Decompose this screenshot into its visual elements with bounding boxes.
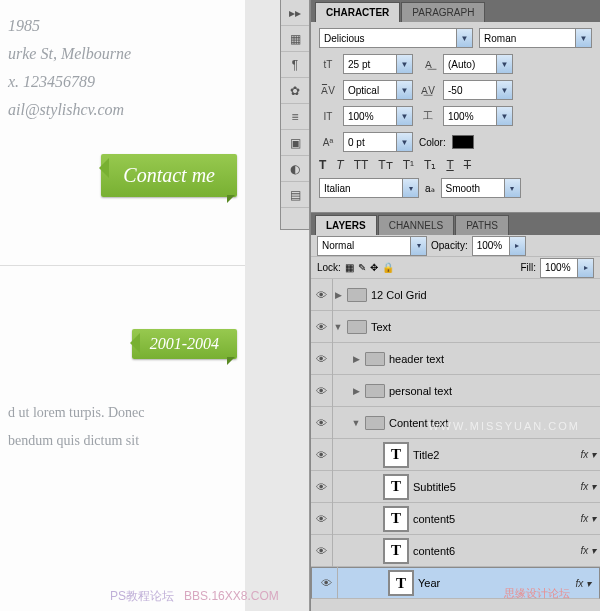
tab-channels[interactable]: CHANNELS	[378, 215, 454, 235]
visibility-eye-icon[interactable]: 👁	[311, 471, 333, 503]
panel-icon-7[interactable]: ▤	[281, 182, 309, 208]
disclosure-triangle-icon[interactable]: ▼	[351, 418, 361, 428]
hscale-icon: 工	[419, 109, 437, 123]
visibility-eye-icon[interactable]: 👁	[311, 375, 333, 407]
layer-name[interactable]: content6	[413, 545, 580, 557]
document: 1985 urke St, Melbourne x. 123456789 ail…	[0, 0, 245, 611]
layer-row[interactable]: 👁▼Text	[311, 311, 600, 343]
antialias-select[interactable]: Smooth▾	[441, 178, 521, 198]
layer-row[interactable]: 👁▶12 Col Grid	[311, 279, 600, 311]
panel-icon-5[interactable]: ▣	[281, 130, 309, 156]
contact-ribbon[interactable]: Contact me	[101, 154, 237, 197]
layer-row[interactable]: 👁▶header text	[311, 343, 600, 375]
dropdown-icon: ▾	[402, 179, 418, 197]
visibility-eye-icon[interactable]: 👁	[311, 503, 333, 535]
layer-name[interactable]: 12 Col Grid	[371, 289, 600, 301]
language-select[interactable]: Italian▾	[319, 178, 419, 198]
dropdown-icon: ▼	[396, 81, 412, 99]
dropdown-icon: ▼	[496, 55, 512, 73]
lock-move-icon[interactable]: ✥	[370, 262, 378, 273]
visibility-eye-icon[interactable]: 👁	[311, 535, 333, 567]
fx-badge[interactable]: fx ▾	[580, 513, 596, 524]
fx-badge[interactable]: fx ▾	[575, 578, 591, 589]
vscale-input[interactable]: 100%▼	[343, 106, 413, 126]
leading-select[interactable]: (Auto)▼	[443, 54, 513, 74]
kerning-icon: A̅V	[319, 85, 337, 96]
allcaps-btn[interactable]: TT	[354, 158, 369, 172]
visibility-eye-icon[interactable]: 👁	[311, 439, 333, 471]
dropdown-icon: ▸	[509, 237, 525, 255]
tab-layers[interactable]: LAYERS	[315, 215, 377, 235]
layer-name[interactable]: Subtitle5	[413, 481, 580, 493]
tab-paragraph[interactable]: PARAGRAPH	[401, 2, 485, 22]
folder-icon	[365, 384, 385, 398]
underline-btn[interactable]: T	[446, 158, 453, 172]
layer-row[interactable]: 👁▶personal text	[311, 375, 600, 407]
disclosure-triangle-icon[interactable]: ▼	[333, 322, 343, 332]
italic-btn[interactable]: T	[336, 158, 343, 172]
layer-row[interactable]: 👁TYearfx ▾	[311, 567, 600, 599]
font-size-select[interactable]: 25 pt▼	[343, 54, 413, 74]
layer-name[interactable]: header text	[389, 353, 600, 365]
layer-name[interactable]: Content text	[389, 417, 600, 429]
fx-badge[interactable]: fx ▾	[580, 449, 596, 460]
visibility-eye-icon[interactable]: 👁	[311, 407, 333, 439]
disclosure-triangle-icon[interactable]: ▶	[351, 386, 361, 396]
vscale-icon: IT	[319, 111, 337, 122]
disclosure-triangle-icon[interactable]: ▶	[351, 354, 361, 364]
panel-icon-6[interactable]: ◐	[281, 156, 309, 182]
layer-name[interactable]: content5	[413, 513, 580, 525]
hscale-input[interactable]: 100%▼	[443, 106, 513, 126]
folder-icon	[347, 320, 367, 334]
type-layer-icon: T	[383, 474, 409, 500]
tracking-select[interactable]: -50▼	[443, 80, 513, 100]
layer-row[interactable]: 👁TSubtitle5fx ▾	[311, 471, 600, 503]
smallcaps-btn[interactable]: Tᴛ	[378, 158, 392, 172]
fill-input[interactable]: 100%▸	[540, 258, 594, 278]
layer-name[interactable]: personal text	[389, 385, 600, 397]
layer-row[interactable]: 👁TTitle2fx ▾	[311, 439, 600, 471]
layer-row[interactable]: 👁Tcontent6fx ▾	[311, 535, 600, 567]
cv-email: ail@stylishcv.com	[8, 96, 237, 124]
collapsed-panel-strip[interactable]: ▸▸ ▦ ¶ ✿ ≡ ▣ ◐ ▤	[280, 0, 310, 230]
type-layer-icon: T	[383, 442, 409, 468]
opacity-input[interactable]: 100%▸	[472, 236, 526, 256]
panel-icon-3[interactable]: ✿	[281, 78, 309, 104]
layer-name[interactable]: Year	[418, 577, 575, 589]
disclosure-triangle-icon[interactable]: ▶	[333, 290, 343, 300]
layers-tabs: LAYERS CHANNELS PATHS	[311, 213, 600, 235]
layer-row[interactable]: 👁Tcontent5fx ▾	[311, 503, 600, 535]
panel-icon-4[interactable]: ≡	[281, 104, 309, 130]
tab-paths[interactable]: PATHS	[455, 215, 509, 235]
type-layer-icon: T	[388, 570, 414, 596]
lock-transparent-icon[interactable]: ▦	[345, 262, 354, 273]
tracking-icon: A͟V	[419, 85, 437, 96]
strike-btn[interactable]: T	[464, 158, 471, 172]
font-style-select[interactable]: Roman▼	[479, 28, 592, 48]
lock-all-icon[interactable]: 🔒	[382, 262, 394, 273]
visibility-eye-icon[interactable]: 👁	[311, 279, 333, 311]
expand-icon[interactable]: ▸▸	[281, 0, 309, 26]
layer-name[interactable]: Text	[371, 321, 600, 333]
layer-row[interactable]: 👁▼Content text	[311, 407, 600, 439]
color-swatch[interactable]	[452, 135, 474, 149]
subscript-btn[interactable]: T₁	[424, 158, 436, 172]
font-family-select[interactable]: Delicious▼	[319, 28, 473, 48]
fx-badge[interactable]: fx ▾	[580, 481, 596, 492]
panel-icon-2[interactable]: ¶	[281, 52, 309, 78]
visibility-eye-icon[interactable]: 👁	[311, 343, 333, 375]
superscript-btn[interactable]: T¹	[403, 158, 414, 172]
baseline-input[interactable]: 0 pt▼	[343, 132, 413, 152]
layer-name[interactable]: Title2	[413, 449, 580, 461]
tab-character[interactable]: CHARACTER	[315, 2, 400, 22]
fx-badge[interactable]: fx ▾	[580, 545, 596, 556]
blend-mode-select[interactable]: Normal▾	[317, 236, 427, 256]
visibility-eye-icon[interactable]: 👁	[316, 567, 338, 599]
color-label: Color:	[419, 137, 446, 148]
lock-paint-icon[interactable]: ✎	[358, 262, 366, 273]
panel-icon-1[interactable]: ▦	[281, 26, 309, 52]
layers-list[interactable]: 👁▶12 Col Grid👁▼Text👁▶header text👁▶person…	[311, 279, 600, 599]
kerning-select[interactable]: Optical▼	[343, 80, 413, 100]
visibility-eye-icon[interactable]: 👁	[311, 311, 333, 343]
bold-btn[interactable]: T	[319, 158, 326, 172]
